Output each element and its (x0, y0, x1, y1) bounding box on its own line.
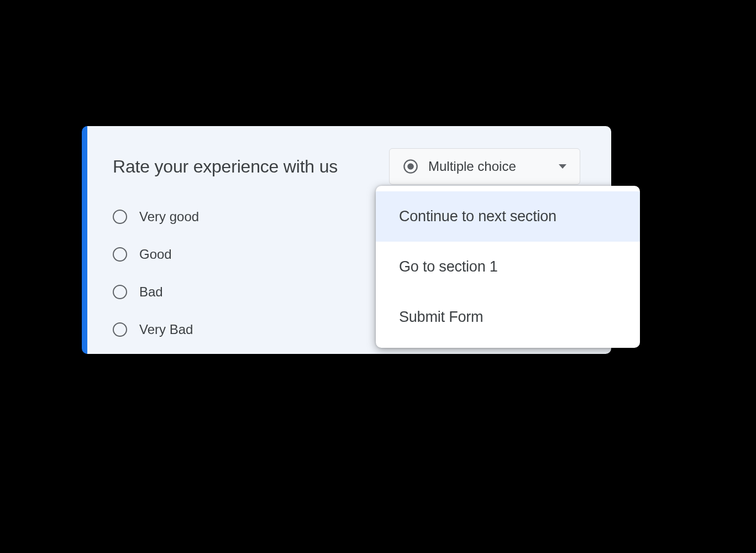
section-navigation-dropdown: Continue to next section Go to section 1… (376, 186, 640, 348)
svg-point-1 (407, 163, 414, 170)
radio-icon (113, 247, 127, 262)
dropdown-item-continue[interactable]: Continue to next section (376, 191, 640, 242)
option-label: Very Bad (139, 322, 193, 337)
question-title[interactable]: Rate your experience with us (113, 156, 338, 177)
question-type-label: Multiple choice (428, 159, 549, 174)
option-label: Bad (139, 284, 163, 300)
question-type-selector[interactable]: Multiple choice (389, 148, 580, 185)
question-header: Rate your experience with us Multiple ch… (113, 148, 580, 185)
option-label: Good (139, 247, 172, 262)
chevron-down-icon (559, 164, 566, 169)
dropdown-item-submit-form[interactable]: Submit Form (376, 292, 640, 342)
radio-selected-icon (403, 159, 418, 174)
radio-icon (113, 322, 127, 337)
option-label: Very good (139, 209, 199, 225)
radio-icon (113, 210, 127, 224)
radio-icon (113, 285, 127, 299)
dropdown-item-goto-section-1[interactable]: Go to section 1 (376, 242, 640, 292)
